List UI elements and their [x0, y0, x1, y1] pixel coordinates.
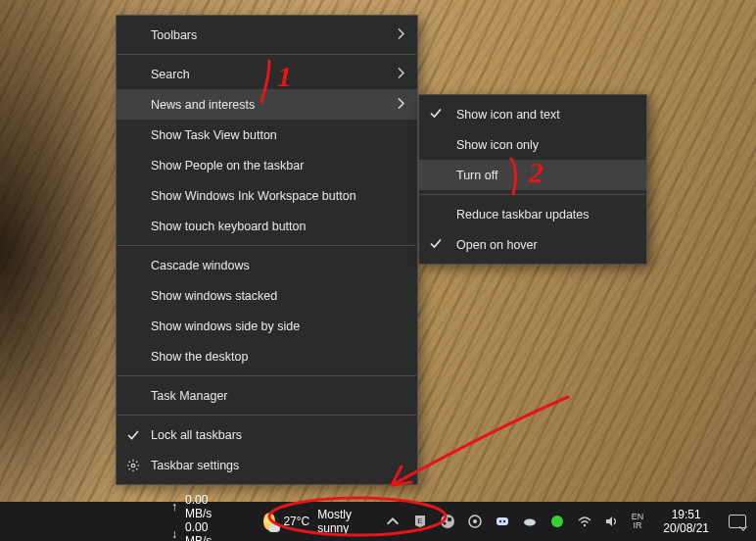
submenu-item-show-icon-only[interactable]: Show icon only: [419, 129, 646, 160]
menu-item-taskbar-settings[interactable]: Taskbar settings: [117, 450, 417, 480]
chevron-right-icon: [398, 97, 405, 112]
submenu-item-open-on-hover[interactable]: Open on hover: [419, 229, 646, 260]
weather-temperature: 27°C: [283, 515, 309, 528]
desktop-wallpaper-shadow: [0, 0, 127, 502]
network-speed-widget[interactable]: ↑ 0.00 MB/s ↓ 0.00 MB/s: [171, 494, 224, 541]
svg-point-8: [499, 520, 501, 522]
menu-item-show-desktop[interactable]: Show the desktop: [117, 341, 417, 371]
clock-time: 19:51: [663, 508, 709, 521]
action-center-icon[interactable]: [729, 515, 746, 528]
submenu-label: Reduce taskbar updates: [456, 208, 590, 221]
menu-label: Lock all taskbars: [151, 428, 242, 442]
svg-text:E: E: [417, 516, 422, 525]
submenu-label: Open on hover: [456, 238, 538, 252]
upload-arrow-icon: ↑: [171, 501, 177, 515]
menu-label: News and interests: [151, 98, 255, 112]
menu-label: Show Windows Ink Workspace button: [151, 189, 356, 203]
weather-sun-icon: [263, 513, 275, 530]
tray-steam-icon[interactable]: [440, 514, 455, 529]
chevron-right-icon: [398, 27, 405, 42]
svg-point-12: [584, 524, 586, 526]
svg-point-9: [503, 520, 505, 522]
submenu-label: Turn off: [456, 169, 497, 182]
menu-item-task-manager[interactable]: Task Manager: [117, 380, 417, 411]
news-and-interests-submenu: Show icon and text Show icon only Turn o…: [418, 94, 647, 265]
menu-separator: [118, 245, 416, 246]
chevron-right-icon: [398, 67, 405, 81]
tray-chevron-up-icon[interactable]: [385, 514, 401, 529]
svg-point-4: [443, 521, 446, 524]
menu-label: Show touch keyboard button: [151, 220, 306, 233]
menu-separator: [118, 415, 416, 416]
svg-point-6: [473, 519, 477, 523]
svg-point-11: [551, 516, 563, 527]
tray-volume-icon[interactable]: [604, 514, 620, 529]
menu-label: Show windows side by side: [151, 320, 300, 333]
submenu-item-show-icon-text[interactable]: Show icon and text: [419, 99, 646, 129]
menu-label: Show windows stacked: [151, 289, 277, 303]
download-speed: 0.00 MB/s: [185, 521, 224, 541]
check-icon: [126, 429, 140, 441]
check-icon: [430, 107, 442, 122]
menu-separator: [118, 54, 416, 55]
menu-label: Task Manager: [151, 389, 228, 403]
tray-app-icon[interactable]: [467, 514, 483, 529]
tray-discord-icon[interactable]: [495, 514, 510, 529]
svg-point-0: [131, 464, 135, 467]
menu-separator: [118, 375, 416, 376]
weather-description: Mostly sunny: [317, 508, 365, 535]
tray-language-indicator[interactable]: ENIR: [632, 514, 644, 529]
menu-item-windows-stacked[interactable]: Show windows stacked: [117, 280, 417, 311]
submenu-item-reduce-updates[interactable]: Reduce taskbar updates: [419, 199, 646, 229]
menu-label: Show the desktop: [151, 350, 248, 364]
taskbar-context-menu: Toolbars Search News and interests Show …: [116, 15, 418, 485]
taskbar[interactable]: ↑ 0.00 MB/s ↓ 0.00 MB/s 27°C Mostly sunn…: [0, 502, 756, 541]
submenu-item-turn-off[interactable]: Turn off: [419, 160, 646, 190]
menu-separator: [420, 194, 645, 195]
menu-item-windows-side-by-side[interactable]: Show windows side by side: [117, 311, 417, 341]
menu-item-task-view-button[interactable]: Show Task View button: [117, 120, 417, 150]
menu-label: Show Task View button: [151, 128, 277, 142]
menu-label: Show People on the taskbar: [151, 159, 304, 172]
menu-item-show-people[interactable]: Show People on the taskbar: [117, 150, 417, 180]
menu-item-cascade-windows[interactable]: Cascade windows: [117, 250, 417, 280]
menu-label: Taskbar settings: [151, 459, 239, 472]
svg-rect-7: [496, 517, 508, 525]
tray-epic-games-icon[interactable]: E: [412, 514, 428, 529]
news-and-interests-widget[interactable]: 27°C Mostly sunny: [254, 504, 375, 539]
menu-item-touch-keyboard[interactable]: Show touch keyboard button: [117, 211, 417, 241]
menu-item-toolbars[interactable]: Toolbars: [117, 20, 417, 50]
svg-point-2: [441, 515, 454, 528]
menu-label: Cascade windows: [151, 259, 250, 272]
menu-item-lock-taskbars[interactable]: Lock all taskbars: [117, 419, 417, 450]
taskbar-clock[interactable]: 19:51 20/08/21: [655, 508, 717, 536]
menu-label: Toolbars: [151, 28, 197, 42]
svg-point-10: [524, 519, 536, 526]
submenu-label: Show icon and text: [456, 108, 560, 122]
menu-item-ink-workspace[interactable]: Show Windows Ink Workspace button: [117, 180, 417, 211]
menu-item-search[interactable]: Search: [117, 59, 417, 89]
menu-label: Search: [151, 68, 190, 81]
submenu-label: Show icon only: [456, 138, 539, 152]
tray-wifi-icon[interactable]: [577, 514, 592, 529]
gear-icon: [126, 459, 140, 472]
tray-razer-icon[interactable]: [549, 514, 565, 529]
clock-date: 20/08/21: [663, 521, 709, 535]
check-icon: [430, 237, 442, 252]
download-arrow-icon: ↓: [171, 528, 177, 541]
menu-item-news-and-interests[interactable]: News and interests: [117, 89, 417, 120]
upload-speed: 0.00 MB/s: [185, 494, 224, 521]
tray-onedrive-icon[interactable]: [522, 514, 538, 529]
system-tray: E ENIR 19:51 20/08/21: [375, 508, 756, 536]
svg-point-3: [448, 517, 451, 521]
